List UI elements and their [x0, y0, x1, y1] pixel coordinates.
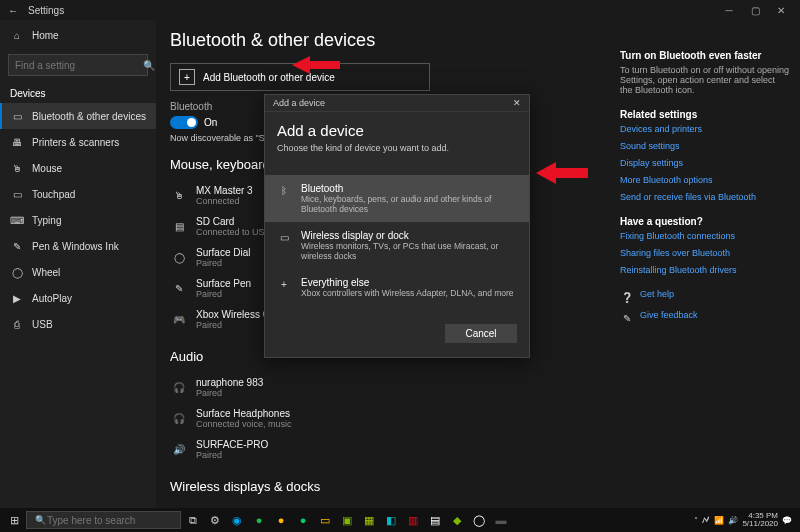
sidebar-search[interactable]: 🔍 [8, 54, 148, 76]
dialog-subtitle: Choose the kind of device you want to ad… [277, 143, 517, 153]
tray-chevron-icon[interactable]: ˄ [694, 516, 698, 525]
dialog-option-everything[interactable]: + Everything elseXbox controllers with W… [265, 269, 529, 306]
minimize-button[interactable]: ─ [716, 5, 742, 16]
taskbar-app-icon[interactable]: ▤ [425, 510, 445, 530]
touchpad-icon: ▭ [10, 187, 24, 201]
link-display-settings[interactable]: Display settings [620, 158, 790, 168]
sidebar-item-label: Wheel [32, 267, 60, 278]
dialog-close-button[interactable]: ✕ [513, 98, 521, 108]
sidebar-item-autoplay[interactable]: ▶ AutoPlay [0, 285, 156, 311]
sidebar: ⌂ Home 🔍 Devices ▭ Bluetooth & other dev… [0, 20, 156, 508]
sidebar-item-pen[interactable]: ✎ Pen & Windows Ink [0, 233, 156, 259]
link-sound-settings[interactable]: Sound settings [620, 141, 790, 151]
headphones-icon: 🎧 [172, 412, 186, 426]
window-title: Settings [28, 5, 64, 16]
sidebar-item-label: AutoPlay [32, 293, 72, 304]
taskbar-app-icon[interactable]: ▬ [491, 510, 511, 530]
sidebar-section-header: Devices [0, 82, 156, 103]
right-panel: Turn on Bluetooth even faster To turn Bl… [620, 20, 800, 508]
close-button[interactable]: ✕ [768, 5, 794, 16]
maximize-button[interactable]: ▢ [742, 5, 768, 16]
link-devices-printers[interactable]: Devices and printers [620, 124, 790, 134]
taskbar-app-icon[interactable]: ◯ [469, 510, 489, 530]
taskbar-app-icon[interactable]: ◉ [227, 510, 247, 530]
home-icon: ⌂ [10, 28, 24, 42]
bluetooth-state: On [204, 117, 217, 128]
annotation-arrow-add [292, 54, 340, 76]
link-sharing-bt[interactable]: Sharing files over Bluetooth [620, 248, 790, 258]
sidebar-item-bluetooth[interactable]: ▭ Bluetooth & other devices [0, 103, 156, 129]
gamepad-icon: 🎮 [172, 313, 186, 327]
taskview-button[interactable]: ⧉ [183, 510, 203, 530]
link-give-feedback[interactable]: Give feedback [640, 310, 698, 320]
tray-wifi-icon[interactable]: 📶 [714, 516, 724, 525]
taskbar-app-icon[interactable]: ◧ [381, 510, 401, 530]
back-icon[interactable]: ← [6, 3, 20, 17]
taskbar-app-icon[interactable]: ● [293, 510, 313, 530]
device-row[interactable]: 🔊SURFACE-PROPaired [170, 434, 606, 465]
headphones-icon: 🎧 [172, 381, 186, 395]
search-input[interactable] [15, 60, 142, 71]
dialog-option-bluetooth[interactable]: ᛒ BluetoothMice, keyboards, pens, or aud… [265, 175, 529, 222]
taskbar-app-icon[interactable]: ◆ [447, 510, 467, 530]
sidebar-item-label: Bluetooth & other devices [32, 111, 146, 122]
link-get-help[interactable]: Get help [640, 289, 674, 299]
taskbar-app-icon[interactable]: ▭ [315, 510, 335, 530]
taskbar-search[interactable]: 🔍 [26, 511, 181, 529]
sidebar-item-mouse[interactable]: 🖱 Mouse [0, 155, 156, 181]
sidebar-item-typing[interactable]: ⌨ Typing [0, 207, 156, 233]
sd-icon: ▤ [172, 220, 186, 234]
taskbar-app-icon[interactable]: ⚙ [205, 510, 225, 530]
usb-icon: ⎙ [10, 317, 24, 331]
help-icon: ❔ [620, 291, 634, 305]
sidebar-home[interactable]: ⌂ Home [0, 22, 156, 48]
sidebar-item-usb[interactable]: ⎙ USB [0, 311, 156, 337]
faster-heading: Turn on Bluetooth even faster [620, 50, 790, 61]
printer-icon: 🖶 [10, 135, 24, 149]
mouse-icon: 🖱 [10, 161, 24, 175]
tray-notifications-icon[interactable]: 💬 [782, 516, 792, 525]
svg-marker-1 [536, 162, 588, 184]
dialog-cancel-button[interactable]: Cancel [445, 324, 517, 343]
svg-marker-0 [292, 56, 340, 74]
dialog-title: Add a device [277, 122, 517, 139]
device-row[interactable]: 🎧Surface HeadphonesConnected voice, musi… [170, 403, 606, 434]
mouse-icon: 🖱 [172, 189, 186, 203]
link-more-bluetooth[interactable]: More Bluetooth options [620, 175, 790, 185]
sidebar-home-label: Home [32, 30, 59, 41]
link-reinstall-bt[interactable]: Reinstalling Bluetooth drivers [620, 265, 790, 275]
section-wireless: Wireless displays & docks [170, 479, 606, 494]
device-row[interactable]: 🎧nuraphone 983Paired [170, 372, 606, 403]
system-tray[interactable]: ˄ 🗲 📶 🔊 4:35 PM 5/11/2020 💬 [694, 512, 796, 528]
plus-icon: + [179, 69, 195, 85]
start-button[interactable]: ⊞ [4, 510, 24, 530]
sidebar-item-label: USB [32, 319, 53, 330]
related-heading: Related settings [620, 109, 790, 120]
taskbar-app-icon[interactable]: ● [271, 510, 291, 530]
link-fixing-bt[interactable]: Fixing Bluetooth connections [620, 231, 790, 241]
autoplay-icon: ▶ [10, 291, 24, 305]
keyboard-icon: ⌨ [10, 213, 24, 227]
taskbar-app-icon[interactable]: ▥ [403, 510, 423, 530]
tray-clock[interactable]: 4:35 PM 5/11/2020 [742, 512, 778, 528]
sidebar-item-wheel[interactable]: ◯ Wheel [0, 259, 156, 285]
page-title: Bluetooth & other devices [170, 30, 606, 51]
sidebar-item-touchpad[interactable]: ▭ Touchpad [0, 181, 156, 207]
link-send-receive[interactable]: Send or receive files via Bluetooth [620, 192, 790, 202]
search-icon: 🔍 [142, 58, 156, 72]
feedback-icon: ✎ [620, 312, 634, 326]
bluetooth-toggle[interactable] [170, 116, 198, 129]
bluetooth-icon: ᛒ [277, 183, 291, 197]
display-icon: ▭ [277, 230, 291, 244]
dialog-option-wireless[interactable]: ▭ Wireless display or dockWireless monit… [265, 222, 529, 269]
faster-text: To turn Bluetooth on or off without open… [620, 65, 790, 95]
tray-battery-icon[interactable]: 🗲 [702, 516, 710, 525]
add-device-dialog: Add a device ✕ Add a device Choose the k… [264, 94, 530, 358]
taskbar-app-icon[interactable]: ● [249, 510, 269, 530]
sidebar-item-label: Touchpad [32, 189, 75, 200]
taskbar-app-icon[interactable]: ▦ [359, 510, 379, 530]
taskbar-app-icon[interactable]: ▣ [337, 510, 357, 530]
sidebar-item-printers[interactable]: 🖶 Printers & scanners [0, 129, 156, 155]
tray-sound-icon[interactable]: 🔊 [728, 516, 738, 525]
taskbar-search-input[interactable] [47, 515, 174, 526]
